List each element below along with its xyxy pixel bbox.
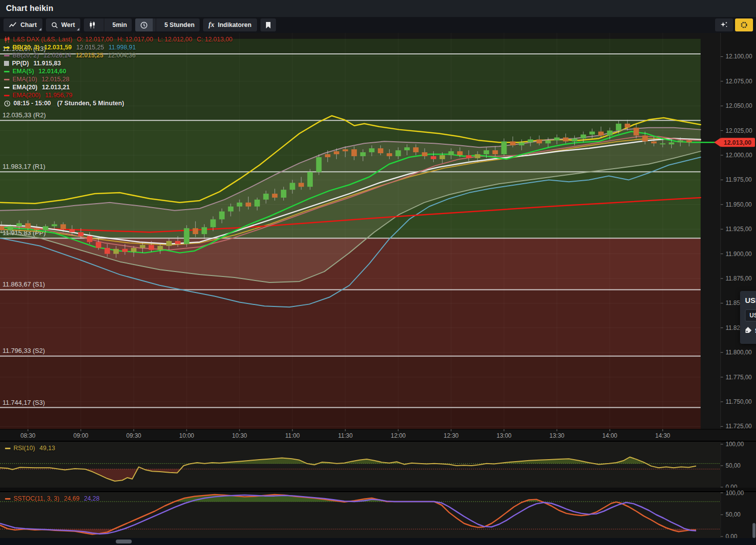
candle	[572, 138, 577, 141]
candle	[378, 148, 383, 153]
dash-icon	[4, 47, 9, 48]
legend-value: 12.015,25	[75, 52, 103, 59]
dash-icon	[5, 448, 10, 449]
candle	[69, 229, 75, 232]
horizontal-scrollbar-thumb[interactable]	[116, 540, 132, 544]
legend-row-8[interactable]: 08:15 - 15:00 (7 Stunden, 5 Minuten)	[4, 99, 237, 107]
legend-row-6[interactable]: EMA(20)12.013,21	[4, 83, 237, 91]
legend-row-1[interactable]: BB(20, 3)12.031,5912.015,2511.998,91	[4, 43, 237, 51]
instrument-popup[interactable]: USD USD $	[740, 291, 756, 344]
candle	[404, 147, 410, 150]
axis-label: 11.950,00	[726, 201, 752, 208]
popup-tag-row[interactable]: $	[745, 326, 756, 335]
legend-value: EMA(10)	[12, 76, 37, 83]
pivot-zone	[0, 408, 701, 429]
candle	[686, 140, 692, 142]
axis-label: 11.925,00	[726, 226, 752, 233]
pivot-label: 12.035,33 (R2)	[2, 111, 46, 119]
candle	[431, 156, 436, 159]
dash-icon	[4, 95, 9, 96]
legend-row-0[interactable]: L&S DAX (L&S, Last)O: 12.017,00H: 12.017…	[4, 35, 237, 43]
candle	[122, 249, 128, 252]
legend-value: L&S DAX (L&S, Last)	[13, 36, 72, 43]
candle	[210, 219, 216, 227]
candle	[184, 228, 189, 244]
candle	[589, 132, 595, 135]
legend-value: EMA(5)	[12, 68, 34, 75]
pivot-zone	[0, 356, 701, 407]
candle	[316, 157, 321, 172]
legend-value: EMA(200)	[12, 92, 40, 99]
candle	[87, 236, 92, 242]
clock-icon	[4, 100, 10, 107]
time-label: 12:30	[444, 432, 459, 439]
candle	[360, 152, 366, 156]
axis-label: 12.050,00	[726, 102, 753, 109]
rsi-legend: RSI(10)49,13	[5, 444, 59, 452]
candle	[651, 141, 657, 143]
legend-value: BB(20, 3)	[12, 44, 39, 51]
legend-row-7[interactable]: EMA(200)11.956,79	[4, 91, 237, 99]
pivot-label: 11.796,33 (S2)	[2, 347, 45, 354]
candle	[78, 232, 83, 236]
legend-value: L: 12.012,00	[158, 36, 193, 43]
chart-application: { "titlebar": { "title": "Chart heikin" …	[0, 0, 756, 545]
dash-icon	[4, 87, 9, 88]
candle	[334, 151, 339, 154]
time-label: 12:00	[391, 432, 406, 439]
candle	[536, 139, 542, 143]
candle	[307, 172, 313, 187]
candle	[678, 140, 683, 142]
candle	[166, 241, 172, 246]
axis-label: 12.100,00	[726, 53, 753, 60]
svg-text:12.013,00: 12.013,00	[724, 139, 752, 146]
legend-value: EMA(20)	[12, 84, 37, 91]
axis-label: 100,00	[726, 441, 744, 448]
candle	[607, 131, 612, 136]
pivot-label: 11.744,17 (S3)	[2, 399, 45, 406]
axis-label: 11.775,00	[726, 374, 752, 381]
candle	[395, 150, 401, 156]
main-chart-legend: L&S DAX (L&S, Last)O: 12.017,00H: 12.017…	[4, 35, 237, 107]
candle	[545, 140, 551, 143]
candle	[351, 149, 357, 156]
candle	[104, 248, 110, 254]
legend-value: 12.015,28	[41, 76, 69, 83]
legend-value: SSTOC(11, 3, 3)	[13, 495, 59, 502]
vertical-scrollbar-thumb[interactable]	[753, 523, 756, 538]
pivot-label: 11.983,17 (R1)	[2, 163, 45, 170]
candle	[219, 212, 225, 220]
legend-row-2[interactable]: BB(20, 2)12.026,1412.015,2512.004,36	[4, 51, 237, 59]
time-label: 10:00	[179, 432, 194, 439]
legend-row-3[interactable]: PP(D)11.915,83	[4, 59, 237, 67]
candle	[140, 245, 145, 248]
legend-value: 08:15 - 15:00	[13, 100, 51, 107]
dash-icon	[4, 55, 9, 56]
candle	[7, 226, 13, 230]
time-label: 09:30	[126, 432, 141, 439]
candle	[616, 124, 621, 131]
candle	[422, 152, 427, 156]
indicator-legend-row[interactable]: RSI(10)49,13	[5, 444, 59, 452]
axis-label: 11.750,00	[726, 398, 752, 405]
time-label: 09:00	[73, 432, 88, 439]
candle	[51, 224, 57, 226]
candle	[60, 224, 66, 229]
axis-label: 11.900,00	[726, 251, 752, 258]
popup-item[interactable]: USD	[745, 309, 756, 321]
candle	[0, 226, 4, 230]
axis-label: 11.875,00	[726, 275, 752, 282]
candle	[510, 141, 515, 145]
axis-label: 12.075,00	[726, 78, 753, 85]
axis-label: 12.025,00	[726, 127, 753, 134]
legend-row-5[interactable]: EMA(10)12.015,28	[4, 75, 237, 83]
pivot-zone	[0, 289, 701, 356]
candle	[642, 135, 648, 141]
legend-row-4[interactable]: EMA(5)12.014,60	[4, 67, 237, 75]
indicator-legend-row[interactable]: SSTOC(11, 3, 3)24,6924,28	[5, 495, 104, 503]
legend-value: 24,69	[64, 495, 79, 502]
legend-value: C: 12.013,00	[197, 36, 233, 43]
legend-value: 12.015,25	[76, 44, 104, 51]
candle	[466, 155, 472, 158]
candle	[342, 149, 348, 151]
